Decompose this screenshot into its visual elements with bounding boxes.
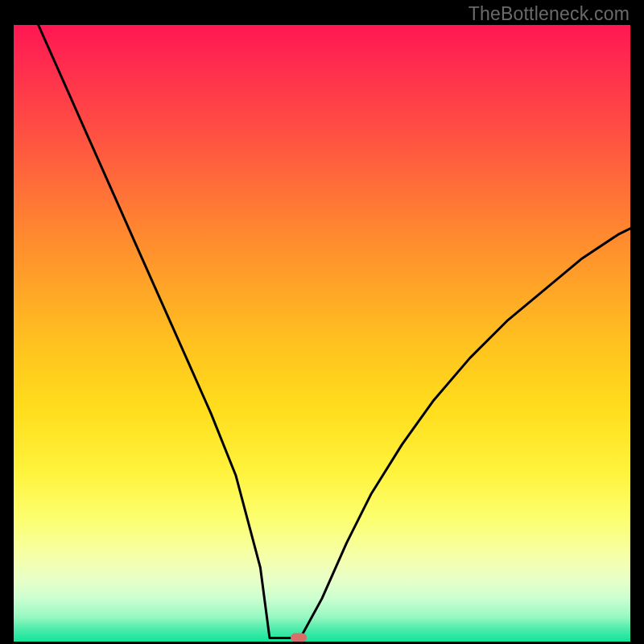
- chart-frame: TheBottleneck.com: [0, 0, 644, 644]
- curve-svg: [14, 25, 630, 642]
- plot-area: [14, 25, 630, 642]
- watermark-text: TheBottleneck.com: [469, 3, 630, 25]
- optimal-marker: [291, 634, 307, 642]
- bottleneck-curve: [39, 25, 630, 638]
